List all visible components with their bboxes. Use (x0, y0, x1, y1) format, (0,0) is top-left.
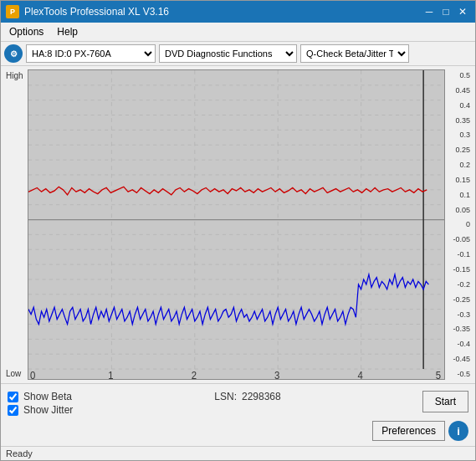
y-axis-left-labels: High Low (4, 69, 28, 380)
test-select[interactable]: Q-Check Beta/Jitter Test (300, 44, 409, 63)
menu-bar: Options Help (1, 23, 475, 42)
low-label: Low (6, 369, 26, 378)
status-text: Ready (6, 448, 33, 458)
app-icon: P (6, 5, 19, 18)
checkboxes: Show Beta Show Jitter (8, 391, 73, 416)
show-jitter-label: Show Jitter (23, 404, 73, 416)
svg-text:2: 2 (192, 369, 197, 379)
title-bar: P PlexTools Professional XL V3.16 ─ □ ✕ (1, 1, 475, 23)
title-bar-left: P PlexTools Professional XL V3.16 (6, 5, 169, 18)
show-beta-row: Show Beta (8, 391, 73, 402)
device-icon: ⚙ (4, 44, 23, 63)
status-bar: Ready (1, 446, 475, 460)
menu-help[interactable]: Help (52, 24, 83, 39)
lsn-label: LSN: (214, 391, 237, 402)
chart-area: High Low (1, 66, 475, 383)
menu-options[interactable]: Options (4, 24, 49, 39)
svg-rect-0 (28, 70, 444, 379)
bottom-top-row: Show Beta Show Jitter LSN: 2298368 Start (8, 387, 468, 419)
show-beta-checkbox[interactable] (8, 392, 18, 402)
lsn-value: 2298368 (242, 391, 281, 402)
svg-text:0: 0 (30, 369, 35, 379)
window-title: PlexTools Professional XL V3.16 (24, 6, 169, 18)
title-controls: ─ □ ✕ (422, 4, 470, 19)
y-axis-right-labels: 0.5 0.45 0.4 0.35 0.3 0.25 0.2 0.15 0.1 … (445, 69, 472, 380)
svg-text:1: 1 (108, 369, 113, 379)
preferences-button[interactable]: Preferences (372, 421, 445, 441)
show-jitter-checkbox[interactable] (8, 405, 18, 416)
svg-text:3: 3 (274, 369, 279, 379)
lsn-area: LSN: 2298368 (214, 391, 280, 402)
device-select[interactable]: HA:8 ID:0 PX-760A (26, 44, 156, 63)
show-jitter-row: Show Jitter (8, 404, 73, 416)
chart-svg: 0 1 2 3 4 5 (28, 70, 444, 379)
function-select[interactable]: DVD Diagnostic Functions (159, 44, 297, 63)
high-label: High (6, 71, 26, 80)
maximize-button[interactable]: □ (438, 4, 453, 19)
svg-text:4: 4 (357, 369, 362, 379)
start-button[interactable]: Start (422, 391, 468, 412)
minimize-button[interactable]: ─ (422, 4, 437, 19)
main-window: P PlexTools Professional XL V3.16 ─ □ ✕ … (0, 0, 476, 461)
info-button[interactable]: i (448, 421, 468, 441)
bottom-bottom-row: Preferences i (8, 419, 468, 443)
close-button[interactable]: ✕ (455, 4, 470, 19)
chart-plot: 0 1 2 3 4 5 (28, 69, 445, 380)
toolbar: ⚙ HA:8 ID:0 PX-760A DVD Diagnostic Funct… (1, 42, 475, 66)
bottom-controls: Show Beta Show Jitter LSN: 2298368 Start… (1, 383, 475, 446)
svg-text:5: 5 (436, 369, 441, 379)
show-beta-label: Show Beta (23, 391, 72, 402)
